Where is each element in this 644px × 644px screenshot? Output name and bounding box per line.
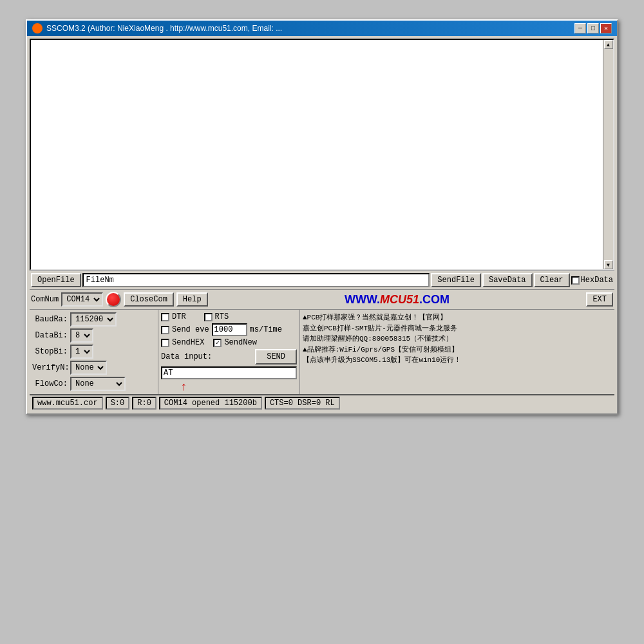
info-line3: 请加助理梁醒婷的QQ:800058315（不懂技术） <box>303 334 612 345</box>
send-eve-row: Send eve ms/Time <box>161 323 297 336</box>
open-file-button[interactable]: OpenFile <box>31 273 81 287</box>
databi-row: DataBi: 8 7 6 5 <box>32 328 155 343</box>
send-controls: DTR RTS Send eve ms/Time SendHEX <box>158 310 300 394</box>
ms-time-input[interactable] <box>212 323 247 336</box>
comnum-label: ComNum <box>31 295 59 304</box>
help-button[interactable]: Help <box>176 292 208 307</box>
clear-button[interactable]: Clear <box>534 273 570 287</box>
dtr-rts-row: DTR RTS <box>161 312 297 321</box>
send-eve-checkbox[interactable] <box>161 326 169 334</box>
baud-select[interactable]: 115200 9600 19200 38400 57600 <box>70 312 117 327</box>
rts-checkbox[interactable] <box>204 313 213 321</box>
info-line4: ▲品牌推荐:WiFi/Gprs/GPS【安信可射频模组】 <box>303 345 612 355</box>
scroll-up-button[interactable]: ▲ <box>604 40 613 49</box>
stopbi-label: StopBi: <box>32 347 68 356</box>
filename-input[interactable] <box>82 273 430 287</box>
send-file-button[interactable]: SendFile <box>431 273 481 287</box>
hex-data-label: HexData <box>581 276 613 285</box>
com-select[interactable]: COM14 COM1 COM2 COM3 <box>61 292 103 307</box>
maximize-button[interactable]: □ <box>587 23 599 33</box>
text-display-area[interactable]: ▲ ▼ <box>30 39 614 270</box>
data-input-field[interactable] <box>161 366 297 379</box>
send-new-label: SendNew <box>224 338 256 347</box>
website-mcu: MCU51 <box>380 293 419 306</box>
send-hex-checkbox[interactable] <box>161 339 169 347</box>
serial-settings: BaudRa: 115200 9600 19200 38400 57600 Da… <box>30 310 158 394</box>
com-toolbar: ComNum COM14 COM1 COM2 COM3 CloseCom Hel… <box>30 289 614 309</box>
website-rest: .COM <box>419 293 450 306</box>
main-area: ▲ ▼ OpenFile SendFile SaveData Clear Hex… <box>27 36 617 413</box>
stopbi-select[interactable]: 1 2 <box>70 345 93 359</box>
status-com: COM14 opened 115200b <box>159 397 262 410</box>
databi-select[interactable]: 8 7 6 5 <box>70 328 93 343</box>
verify-row: VerifyN: None Odd Even <box>32 361 155 375</box>
title-bar: SSCOM3.2 (Author: NieXiaoMeng . http://w… <box>27 21 617 36</box>
rts-label: RTS <box>215 312 229 321</box>
send-button[interactable]: SEND <box>255 349 297 365</box>
databi-label: DataBi: <box>32 331 68 340</box>
ms-time-label: ms/Time <box>250 325 282 334</box>
close-button[interactable]: ✕ <box>600 23 612 33</box>
main-window: SSCOM3.2 (Author: NieXiaoMeng . http://w… <box>26 19 618 415</box>
title-bar-left: SSCOM3.2 (Author: NieXiaoMeng . http://w… <box>32 23 282 33</box>
save-data-button[interactable]: SaveData <box>482 273 533 287</box>
scrollbar[interactable]: ▲ ▼ <box>603 40 613 269</box>
close-com-button[interactable]: CloseCom <box>124 292 174 307</box>
info-line1: ▲PCB打样那家强？当然就是嘉立创！【官网】 <box>303 312 612 323</box>
flowco-row: FlowCo: None Hardware Software <box>32 377 155 391</box>
info-line5: 【点该串升级为SSCOM5.13版】可在win10运行！ <box>303 355 612 366</box>
send-hex-label: SendHEX <box>172 338 204 347</box>
title-buttons: ─ □ ✕ <box>574 23 612 33</box>
flowco-label: FlowCo: <box>32 379 68 388</box>
data-input-send-row: Data input: SEND <box>161 349 297 365</box>
record-button[interactable] <box>106 292 121 307</box>
flowco-select[interactable]: None Hardware Software <box>70 377 126 391</box>
info-panel: ▲PCB打样那家强？当然就是嘉立创！【官网】 嘉立创PCB打样-SMT贴片-元器… <box>300 310 614 394</box>
stopbi-row: StopBi: 1 2 <box>32 345 155 359</box>
baud-row: BaudRa: 115200 9600 19200 38400 57600 <box>32 312 155 327</box>
minimize-button[interactable]: ─ <box>574 23 586 33</box>
status-s: S:0 <box>106 397 130 410</box>
status-r: R:0 <box>132 397 156 410</box>
app-icon <box>32 23 43 33</box>
verify-label: VerifyN: <box>32 363 68 372</box>
status-website: www.mcu51.cor <box>32 397 103 410</box>
controls-area: BaudRa: 115200 9600 19200 38400 57600 Da… <box>30 309 614 394</box>
ext-button[interactable]: EXT <box>586 292 613 307</box>
data-input-label: Data input: <box>161 352 212 361</box>
verify-select[interactable]: None Odd Even <box>70 361 107 375</box>
website-display: WWW.MCU51.COM <box>211 293 584 307</box>
dtr-checkbox[interactable] <box>161 313 169 321</box>
send-new-checkbox[interactable] <box>213 339 222 347</box>
hex-data-checkbox[interactable] <box>571 276 580 285</box>
hex-data-area: HexData <box>571 276 613 285</box>
status-cts: CTS=0 DSR=0 RL <box>265 397 340 410</box>
scroll-down-button[interactable]: ▼ <box>604 260 613 269</box>
website-www: WWW. <box>345 293 380 306</box>
scroll-track[interactable] <box>604 49 613 260</box>
status-bar: www.mcu51.cor S:0 R:0 COM14 opened 11520… <box>30 394 614 411</box>
baud-label: BaudRa: <box>32 315 68 324</box>
info-line2: 嘉立创PCB打样-SMT贴片-元器件商城一条龙服务 <box>303 323 612 334</box>
send-hex-new-row: SendHEX SendNew <box>161 338 297 347</box>
window-title: SSCOM3.2 (Author: NieXiaoMeng . http://w… <box>46 24 282 33</box>
file-toolbar: OpenFile SendFile SaveData Clear HexData <box>30 270 614 289</box>
at-input-row: ↑ <box>161 366 297 379</box>
dtr-label: DTR <box>172 312 186 321</box>
send-eve-label: Send eve <box>172 325 209 334</box>
